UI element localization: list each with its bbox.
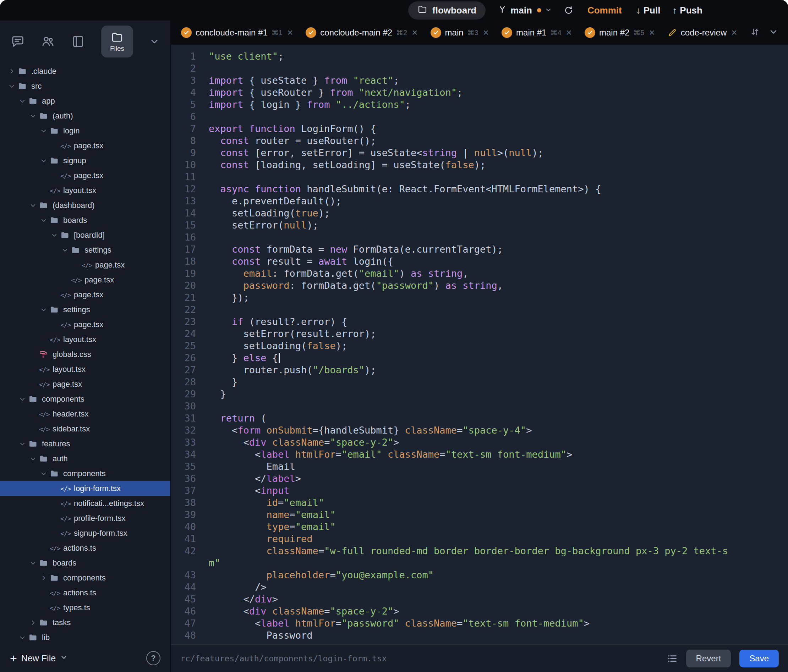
code-line[interactable]: 45 </div> — [171, 593, 788, 605]
chevron-down-icon[interactable] — [60, 653, 68, 663]
chat-icon[interactable] — [11, 35, 25, 49]
tree-item--claude[interactable]: .claude — [0, 64, 170, 79]
tree-item-layout-tsx[interactable]: </>layout.tsx — [0, 183, 170, 198]
code-line[interactable]: 42 className="w-full rounded-md border b… — [171, 545, 788, 569]
commit-button[interactable]: Commit — [585, 5, 624, 16]
tree-item-types-ts[interactable]: </>types.ts — [0, 600, 170, 615]
code-line[interactable]: 16 — [171, 231, 788, 243]
code-line[interactable]: 2 — [171, 62, 788, 74]
code-line[interactable]: 46 <div className="space-y-2"> — [171, 605, 788, 617]
tree-item-settings[interactable]: settings — [0, 302, 170, 317]
chevron-down-icon[interactable] — [38, 471, 50, 477]
chevron-down-icon[interactable] — [38, 157, 50, 164]
code-line[interactable]: 38 id="email" — [171, 497, 788, 509]
book-icon[interactable] — [71, 35, 85, 49]
code-line[interactable]: 3import { useState } from "react"; — [171, 74, 788, 87]
close-tab-icon[interactable]: × — [648, 28, 655, 38]
code-line[interactable]: 44 /> — [171, 581, 788, 593]
code-line[interactable]: 11 — [171, 171, 788, 183]
code-line[interactable]: 15 setError(null); — [171, 219, 788, 231]
tree-item-lib[interactable]: lib — [0, 630, 170, 644]
code-line[interactable]: 8 const router = useRouter(); — [171, 135, 788, 147]
tree-item-signup[interactable]: signup — [0, 153, 170, 168]
tree-item-components[interactable]: components — [0, 392, 170, 407]
chevron-right-icon[interactable] — [27, 620, 39, 626]
code-line[interactable]: 6 — [171, 111, 788, 123]
chevron-down-icon[interactable] — [6, 83, 18, 89]
tree-item-boards[interactable]: boards — [0, 556, 170, 571]
chevron-down-icon[interactable] — [16, 441, 29, 447]
close-tab-icon[interactable]: × — [482, 28, 489, 38]
close-tab-icon[interactable]: × — [286, 28, 294, 38]
tree-item-app[interactable]: app — [0, 94, 170, 109]
tree-item--auth-[interactable]: (auth) — [0, 109, 170, 124]
tree-item-settings[interactable]: settings — [0, 242, 170, 258]
code-line[interactable]: 4import { useRouter } from "next/navigat… — [171, 87, 788, 99]
chevron-down-icon[interactable] — [27, 456, 39, 462]
tree-item-page-tsx[interactable]: </>page.tsx — [0, 273, 170, 287]
tab-code-review[interactable]: code-review× — [668, 28, 738, 38]
tree-item--dashboard-[interactable]: (dashboard) — [0, 198, 170, 213]
code-line[interactable]: 25 setLoading(false); — [171, 340, 788, 352]
tree-item-signup-form-tsx[interactable]: </>signup-form.tsx — [0, 526, 170, 541]
code-line[interactable]: 39 name="email" — [171, 509, 788, 521]
code-line[interactable]: 26 } else { — [171, 352, 788, 364]
code-line[interactable]: 9 const [error, setError] = useState<str… — [171, 147, 788, 159]
tab-main[interactable]: main⌘3× — [431, 27, 490, 38]
close-tab-icon[interactable]: × — [731, 28, 737, 38]
code-line[interactable]: 20 password: formData.get("password") as… — [171, 280, 788, 292]
chevron-right-icon[interactable] — [6, 68, 18, 74]
code-line[interactable]: 35 Email — [171, 461, 788, 472]
save-button[interactable]: Save — [739, 650, 779, 667]
chevron-down-icon[interactable] — [48, 232, 60, 238]
chevron-down-icon[interactable] — [16, 396, 29, 403]
tab-concloude-main-2[interactable]: concloude-main #2⌘2× — [306, 27, 418, 38]
tree-item-boards[interactable]: boards — [0, 213, 170, 228]
chevron-down-icon[interactable] — [27, 560, 39, 566]
revert-button[interactable]: Revert — [686, 650, 731, 667]
code-line[interactable]: 33 <div className="space-y-2"> — [171, 436, 788, 449]
tree-item-auth[interactable]: auth — [0, 451, 170, 466]
pull-button[interactable]: ↓Pull — [636, 5, 661, 16]
code-line[interactable]: 40 type="email" — [171, 521, 788, 533]
tree-item-components[interactable]: components — [0, 571, 170, 585]
chevron-down-icon[interactable] — [38, 128, 50, 134]
tree-item-layout-tsx[interactable]: </>layout.tsx — [0, 362, 170, 377]
tree-item-src[interactable]: src — [0, 79, 170, 94]
code-line[interactable]: 13 e.preventDefault(); — [171, 195, 788, 207]
code-line[interactable]: 27 router.push("/boards"); — [171, 364, 788, 376]
tree-item-login-form-tsx[interactable]: </>login-form.tsx — [0, 481, 170, 496]
close-tab-icon[interactable]: × — [411, 28, 418, 38]
code-line[interactable]: 37 <input — [171, 485, 788, 497]
code-line[interactable]: 19 email: formData.get("email") as strin… — [171, 268, 788, 280]
tree-item-page-tsx[interactable]: </>page.tsx — [0, 287, 170, 302]
tree-item-page-tsx[interactable]: </>page.tsx — [0, 168, 170, 183]
tree-item--boardid-[interactable]: [boardId] — [0, 228, 170, 242]
tree-item-globals-css[interactable]: globals.css — [0, 347, 170, 362]
code-line[interactable]: 12 async function handleSubmit(e: React.… — [171, 183, 788, 195]
chevron-down-icon[interactable] — [59, 247, 71, 254]
chevron-down-icon[interactable] — [38, 307, 50, 313]
code-line[interactable]: 36 </label> — [171, 472, 788, 485]
code-line[interactable]: 47 <label htmlFor="password" className="… — [171, 617, 788, 629]
branch-selector[interactable]: main — [498, 5, 552, 16]
code-line[interactable]: 34 <label htmlFor="email" className="tex… — [171, 449, 788, 461]
tree-item-page-tsx[interactable]: </>page.tsx — [0, 138, 170, 153]
code-line[interactable]: 7export function LoginForm() { — [171, 123, 788, 135]
code-editor[interactable]: 1"use client";23import { useState } from… — [171, 45, 788, 644]
code-line[interactable]: 29 } — [171, 388, 788, 400]
tree-item-components[interactable]: components — [0, 466, 170, 481]
tree-item-actions-ts[interactable]: </>actions.ts — [0, 585, 170, 600]
code-line[interactable]: 1"use client"; — [171, 51, 788, 62]
files-panel-button[interactable]: Files — [101, 25, 133, 57]
code-line[interactable]: 5import { login } from "../actions"; — [171, 99, 788, 111]
code-line[interactable]: 17 const formData = new FormData(e.curre… — [171, 243, 788, 255]
code-line[interactable]: 18 const result = await login({ — [171, 255, 788, 268]
chevron-down-icon[interactable] — [16, 98, 29, 104]
chevron-down-icon[interactable] — [16, 634, 29, 641]
code-line[interactable]: 24 setError(result.error); — [171, 328, 788, 340]
tree-item-notificati-ettings-tsx[interactable]: </>notificati...ettings.tsx — [0, 496, 170, 511]
tree-item-login[interactable]: login — [0, 124, 170, 138]
push-button[interactable]: ↑Push — [672, 5, 702, 16]
code-line[interactable]: 32 <form onSubmit={handleSubmit} classNa… — [171, 424, 788, 436]
